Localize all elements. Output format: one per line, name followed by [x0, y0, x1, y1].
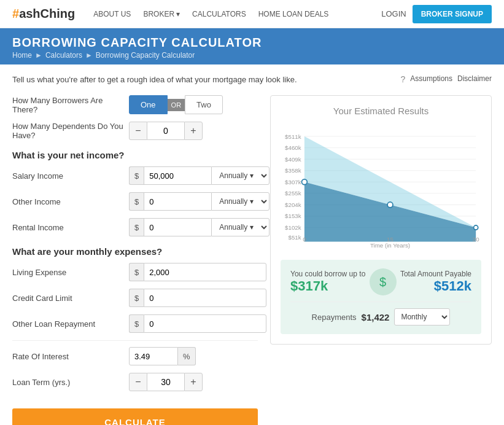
nav-calculators[interactable]: CALCULATORS [192, 10, 246, 18]
svg-text:$102k: $102k [285, 224, 301, 231]
main-content: Tell us what you're after to get a rough… [0, 64, 504, 425]
rental-input[interactable] [144, 218, 211, 236]
salary-input-group: $ Annually ▾ Monthly Fortnightly Weekly [129, 166, 269, 185]
credit-row: Credit Card Limit $ [12, 289, 258, 307]
repayments-label: Repayments [312, 313, 357, 322]
nav-links: ABOUT US BROKER ▾ CALCULATORS HOME LOAN … [93, 10, 381, 18]
living-dollar-sign: $ [129, 263, 144, 281]
nav-broker[interactable]: BROKER ▾ [143, 10, 180, 18]
dependents-stepper: − + [129, 122, 203, 140]
borrower-or-separator: OR [168, 99, 185, 111]
loan-term-increment-button[interactable]: + [184, 373, 203, 391]
nav-home-loan-deals[interactable]: HOME LOAN DEALS [258, 10, 329, 18]
borrowers-label: How Many Borrowers Are There? [12, 96, 129, 114]
chart-dot-3 [474, 225, 478, 230]
borrow-label: You could borrow up to [290, 270, 365, 278]
dependents-increment-button[interactable]: + [184, 122, 203, 140]
repayment-frequency-select[interactable]: Monthly Fortnightly Weekly [394, 308, 450, 326]
login-link[interactable]: LOGIN [381, 9, 406, 18]
svg-text:30: 30 [473, 236, 479, 243]
divider-1 [12, 340, 258, 341]
calculate-button[interactable]: CALCULATE [12, 408, 258, 425]
top-navigation: ##ashChingashChing ABOUT US BROKER ▾ CAL… [0, 0, 504, 28]
rental-row: Rental Income $ Annually ▾ Monthly Fortn… [12, 218, 258, 236]
results-title: Your Estimated Results [281, 106, 481, 116]
loan-repayment-input-group: $ [129, 314, 266, 333]
svg-text:$204k: $204k [285, 201, 301, 208]
salary-input[interactable] [144, 166, 211, 185]
logo[interactable]: ##ashChingashChing [12, 7, 75, 21]
chart-container: $511k $460k $409k $358k $307k $255k $204… [281, 123, 481, 252]
total-right: Total Amount Payable $512k [400, 270, 471, 294]
repayment-amount: $1,422 [362, 312, 390, 322]
loan-term-stepper: − + [129, 373, 203, 391]
rate-input[interactable] [129, 347, 178, 365]
salary-frequency-select[interactable]: Annually ▾ Monthly Fortnightly Weekly [211, 166, 269, 185]
chart-dot-2 [387, 202, 393, 208]
svg-text:$409k: $409k [285, 156, 301, 163]
loan-term-decrement-button[interactable]: − [129, 373, 147, 391]
nav-about-us[interactable]: ABOUT US [93, 10, 131, 18]
other-income-input[interactable] [144, 192, 211, 211]
loan-term-row: Loan Term (yrs.) − + [12, 373, 258, 391]
borrowers-row: How Many Borrowers Are There? One OR Two [12, 95, 258, 114]
broker-signup-button[interactable]: BROKER SIGNUP [413, 5, 492, 23]
svg-text:0: 0 [303, 236, 306, 243]
rental-input-group: $ Annually ▾ Monthly Fortnightly Weekly [129, 218, 269, 236]
dependents-row: How Many Dependents Do You Have? − + [12, 122, 258, 140]
rental-frequency-select[interactable]: Annually ▾ Monthly Fortnightly Weekly [211, 218, 269, 236]
breadcrumb-calculators[interactable]: Calculators [45, 51, 82, 60]
breadcrumb-current: Borrowing Capacity Calculator [96, 51, 195, 60]
breadcrumb-sep-1: ► [35, 51, 42, 60]
assumptions-link[interactable]: Assumptions [410, 74, 452, 84]
borrower-one-button[interactable]: One [129, 95, 168, 114]
loan-term-label: Loan Term (yrs.) [12, 378, 129, 387]
credit-input[interactable] [144, 289, 266, 307]
dollar-circle-icon: $ [379, 275, 386, 289]
page-header: BORROWING CAPACITY CALCULATOR Home ► Cal… [0, 28, 504, 64]
results-chart: $511k $460k $409k $358k $307k $255k $204… [281, 123, 481, 252]
borrow-row: You could borrow up to $317k $ Total Amo… [290, 268, 471, 295]
dependents-decrement-button[interactable]: − [129, 122, 147, 140]
svg-text:$511k: $511k [285, 133, 301, 140]
results-container: Your Estimated Results $511k $460k $409k… [270, 95, 492, 345]
borrow-amount: $317k [290, 278, 365, 294]
other-income-row: Other Income $ Annually ▾ Monthly Fortni… [12, 192, 258, 211]
logo-text: ##ashChingashChing [12, 7, 75, 21]
rate-suffix: % [178, 347, 196, 365]
breadcrumb-home[interactable]: Home [12, 51, 32, 60]
borrow-left: You could borrow up to $317k [290, 270, 365, 294]
other-income-input-group: $ Annually ▾ Monthly Fortnightly Weekly [129, 192, 269, 211]
loan-term-input[interactable] [147, 373, 184, 391]
help-icon: ? [400, 74, 405, 84]
living-row: Living Expense $ [12, 263, 258, 281]
living-input-group: $ [129, 263, 266, 281]
credit-input-group: $ [129, 289, 266, 307]
borrow-icon: $ [370, 268, 397, 295]
two-column-layout: How Many Borrowers Are There? One OR Two… [12, 95, 492, 425]
credit-label: Credit Card Limit [12, 294, 129, 303]
living-input[interactable] [144, 263, 266, 281]
borrower-toggle: One OR Two [129, 95, 223, 114]
svg-text:$460k: $460k [285, 144, 301, 151]
loan-repayment-dollar-sign: $ [129, 314, 144, 333]
svg-text:$255k: $255k [285, 190, 301, 197]
dependents-input[interactable] [147, 122, 184, 140]
disclaimer-link[interactable]: Disclaimer [457, 74, 492, 84]
salary-label: Salary Income [12, 171, 129, 181]
svg-text:$358k: $358k [285, 167, 301, 174]
net-income-heading: What is your net income? [12, 150, 258, 160]
borrower-two-button[interactable]: Two [185, 95, 223, 114]
svg-text:$153k: $153k [285, 212, 301, 219]
breadcrumb-sep-2: ► [85, 51, 93, 60]
loan-repayment-label: Other Loan Repayment [12, 319, 129, 329]
loan-repayment-row: Other Loan Repayment $ [12, 314, 258, 333]
chart-dot-1 [301, 179, 307, 185]
other-income-frequency-select[interactable]: Annually ▾ Monthly Fortnightly Weekly [211, 192, 269, 211]
subtitle-bar: Tell us what you're after to get a rough… [12, 74, 492, 84]
loan-repayment-input[interactable] [144, 314, 266, 333]
nav-right: LOGIN BROKER SIGNUP [381, 5, 492, 23]
page-title: BORROWING CAPACITY CALCULATOR [12, 36, 492, 50]
svg-text:$51k: $51k [289, 234, 301, 241]
salary-dollar-sign: $ [129, 166, 144, 185]
